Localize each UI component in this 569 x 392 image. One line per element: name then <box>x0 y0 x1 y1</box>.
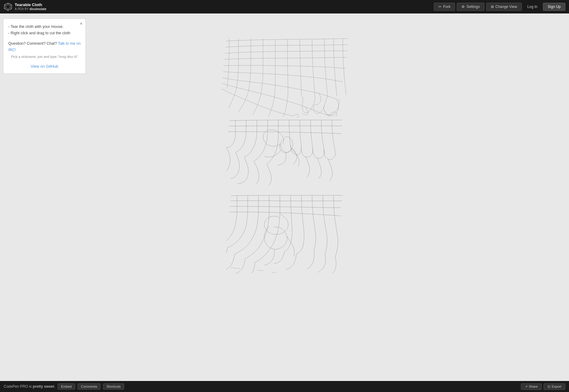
nav-buttons: Fork Settings Change View Log In Sign Up <box>434 3 565 11</box>
main-canvas[interactable]: × - Tear the cloth with your mouse. - Ri… <box>0 13 569 381</box>
change-view-button[interactable]: Change View <box>486 3 522 11</box>
shortcuts-button[interactable]: Shortcuts <box>103 383 124 390</box>
cloth-simulation-top[interactable] <box>220 32 349 118</box>
close-button[interactable]: × <box>80 21 82 26</box>
github-link[interactable]: View on GitHub <box>8 64 81 69</box>
question-line: Question? Comment? Chat? Talk to me on I… <box>8 40 81 54</box>
export-button[interactable]: Export <box>544 383 565 390</box>
info-popup: × - Tear the cloth with your mouse. - Ri… <box>3 18 86 74</box>
fork-button[interactable]: Fork <box>434 3 455 11</box>
cloth-simulation-bottom[interactable] <box>226 194 343 274</box>
instruction-tear: - Tear the cloth with your mouse. <box>8 24 81 30</box>
share-button[interactable]: Share <box>521 383 542 390</box>
header: Tearable Cloth A PEN BY dissimulate Fork… <box>0 0 569 13</box>
settings-icon <box>461 5 465 9</box>
canvas-area[interactable]: × - Tear the cloth with your mouse. - Ri… <box>0 13 569 381</box>
irc-subtitle: Pick a nickname, join and type "/msg dis… <box>8 54 81 60</box>
logo-text: Tearable Cloth A PEN BY dissimulate <box>15 2 46 11</box>
signup-button[interactable]: Sign Up <box>543 3 565 11</box>
footer-right: Share Export <box>521 383 565 390</box>
brand-text: CodePen PRO is pretty sweet. <box>4 384 55 389</box>
footer: CodePen PRO is pretty sweet. Embed Comme… <box>0 381 569 392</box>
embed-button[interactable]: Embed <box>58 383 75 390</box>
cloth-simulation-middle[interactable] <box>226 118 343 185</box>
view-icon <box>491 5 494 9</box>
export-icon <box>548 385 550 389</box>
app-subtitle: A PEN BY dissimulate <box>15 7 46 11</box>
app-title: Tearable Cloth <box>15 2 46 7</box>
instruction-cut: - Right click and drag to cut the cloth <box>8 30 81 36</box>
footer-left: CodePen PRO is pretty sweet. Embed Comme… <box>4 383 521 390</box>
logo-icon <box>4 2 12 11</box>
svg-marker-1 <box>6 5 10 9</box>
login-button[interactable]: Log In <box>524 3 541 10</box>
settings-button[interactable]: Settings <box>457 3 484 11</box>
comments-button[interactable]: Comments <box>78 383 101 390</box>
logo-area: Tearable Cloth A PEN BY dissimulate <box>4 2 434 11</box>
scissors-icon <box>438 5 441 9</box>
share-icon <box>525 385 528 389</box>
